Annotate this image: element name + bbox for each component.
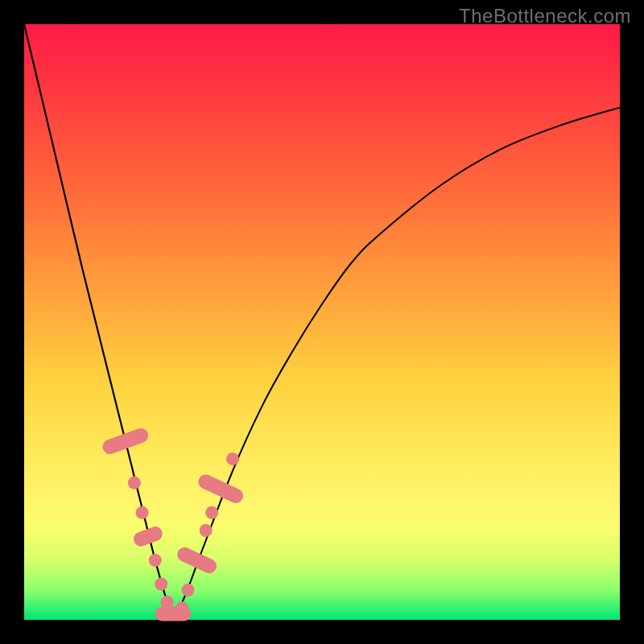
curve-marker-dot	[205, 506, 218, 519]
curve-marker-dot	[182, 584, 195, 597]
plot-area	[24, 24, 620, 620]
curve-marker-dot	[136, 506, 149, 519]
chart-frame: TheBottleneck.com	[0, 0, 644, 644]
curve-marker-pill	[131, 525, 164, 549]
curve-marker-dot	[161, 596, 174, 609]
curve-marker-dot	[175, 601, 188, 614]
curve-markers	[101, 426, 246, 621]
curve-marker-dot	[128, 477, 141, 489]
curve-svg	[24, 24, 620, 620]
curve-marker-dot	[226, 452, 239, 465]
curve-marker-dot	[200, 524, 213, 537]
watermark-text: TheBottleneck.com	[459, 5, 631, 27]
curve-marker-pill	[175, 545, 219, 576]
curve-right	[173, 108, 620, 620]
curve-marker-dot	[155, 578, 167, 591]
curve-marker-pill	[101, 426, 151, 456]
curve-marker-dot	[149, 554, 162, 567]
